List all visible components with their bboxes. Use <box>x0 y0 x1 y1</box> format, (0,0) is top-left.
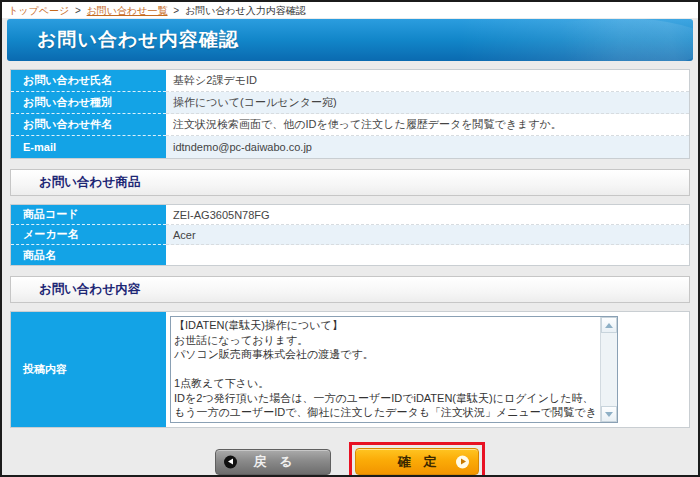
product-table: 商品コード ZEI-AG3605N78FG メーカー名 Acer 商品名 <box>10 204 690 266</box>
arrow-up-icon <box>605 323 613 328</box>
right-triangle-icon <box>461 459 466 465</box>
row-value-name: 基幹シ2課デモID <box>166 70 689 92</box>
row-value-product-code: ZEI-AG3605N78FG <box>166 205 689 225</box>
table-row: E-mail idtndemo@pc-daiwabo.co.jp <box>11 136 689 158</box>
confirm-button-highlight: 確 定 <box>349 442 485 477</box>
inquiry-info-table: お問い合わせ氏名 基幹シ2課デモID お問い合わせ種別 操作について(コールセン… <box>10 69 690 159</box>
textarea-text: 【IDATEN(韋駄天)操作について】 お世話になっております。 パソコン販売商… <box>171 317 600 422</box>
back-button-label: 戻 る <box>253 454 292 469</box>
confirm-button-label: 確 定 <box>398 454 437 469</box>
row-value-product-name <box>166 245 689 265</box>
content-table: 投稿内容 【IDATEN(韋駄天)操作について】 お世話になっております。 パソ… <box>10 311 690 428</box>
row-label-product-name: 商品名 <box>11 245 166 265</box>
table-row: お問い合わせ種別 操作について(コールセンター宛) <box>11 92 689 114</box>
table-row: メーカー名 Acer <box>11 225 689 245</box>
back-button[interactable]: 戻 る <box>215 449 331 475</box>
page-header: お問い合わせ内容確認 <box>7 19 693 61</box>
section-header-content: お問い合わせ内容 <box>10 276 690 303</box>
row-label-type: お問い合わせ種別 <box>11 92 166 114</box>
scroll-down-button[interactable] <box>601 406 617 422</box>
section-header-product: お問い合わせ商品 <box>10 169 690 196</box>
table-row: お問い合わせ件名 注文状況検索画面で、他のIDを使って注文した履歴データを閲覧で… <box>11 114 689 136</box>
left-triangle-icon <box>228 459 233 465</box>
row-label-email: E-mail <box>11 136 166 158</box>
row-value-email: idtndemo@pc-daiwabo.co.jp <box>166 136 689 158</box>
breadcrumb-link-top[interactable]: トップページ <box>8 5 69 16</box>
page-title: お問い合わせ内容確認 <box>7 19 693 61</box>
row-label-subject: お問い合わせ件名 <box>11 114 166 136</box>
row-value-subject: 注文状況検索画面で、他のIDを使って注文した履歴データを閲覧できますか。 <box>166 114 689 136</box>
breadcrumb-current: お問い合わせ入力内容確認 <box>185 5 306 16</box>
confirm-button[interactable]: 確 定 <box>355 448 479 475</box>
row-value-type: 操作について(コールセンター宛) <box>166 92 689 114</box>
page: トップページ > お問い合わせ一覧 > お問い合わせ入力内容確認 お問い合わせ内… <box>0 0 700 477</box>
row-value-post-content: 【IDATEN(韋駄天)操作について】 お世話になっております。 パソコン販売商… <box>166 312 689 427</box>
breadcrumb-link-inquiry-list[interactable]: お問い合わせ一覧 <box>87 5 168 16</box>
back-arrow-icon <box>224 455 237 468</box>
arrow-down-icon <box>605 412 613 417</box>
section-title: お問い合わせ商品 <box>39 174 140 191</box>
scroll-up-button[interactable] <box>601 317 617 333</box>
row-label-product-code: 商品コード <box>11 205 166 225</box>
inquiry-content-textarea[interactable]: 【IDATEN(韋駄天)操作について】 お世話になっております。 パソコン販売商… <box>170 316 618 423</box>
breadcrumb-separator: > <box>75 5 81 16</box>
row-value-maker: Acer <box>166 225 689 245</box>
row-label-maker: メーカー名 <box>11 225 166 245</box>
breadcrumb: トップページ > お問い合わせ一覧 > お問い合わせ入力内容確認 <box>2 2 698 18</box>
table-row: 商品名 <box>11 245 689 265</box>
table-row: お問い合わせ氏名 基幹シ2課デモID <box>11 70 689 92</box>
breadcrumb-separator: > <box>173 5 179 16</box>
textarea-scrollbar[interactable] <box>600 317 617 422</box>
row-label-name: お問い合わせ氏名 <box>11 70 166 92</box>
confirm-arrow-icon <box>456 455 469 468</box>
row-label-post-content: 投稿内容 <box>11 312 166 427</box>
table-row: 投稿内容 【IDATEN(韋駄天)操作について】 お世話になっております。 パソ… <box>11 312 689 427</box>
table-row: 商品コード ZEI-AG3605N78FG <box>11 205 689 225</box>
action-buttons: 戻 る 確 定 <box>2 442 698 477</box>
section-title: お問い合わせ内容 <box>39 281 140 298</box>
